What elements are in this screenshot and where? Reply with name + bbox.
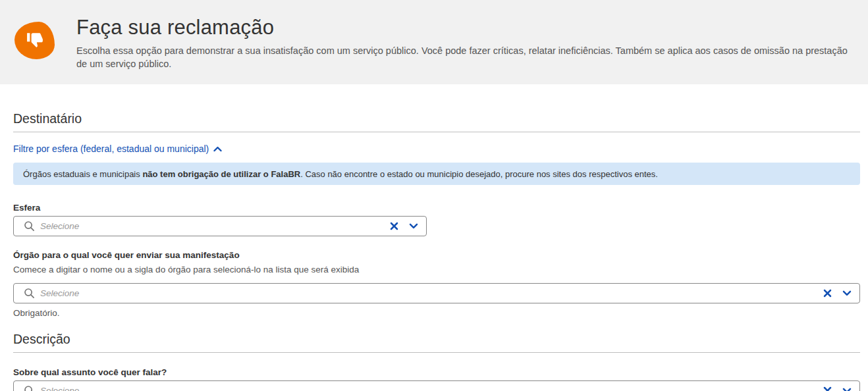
orgao-select[interactable]: Selecione <box>13 283 860 303</box>
chevron-up-icon <box>213 146 222 152</box>
assunto-field-label: Sobre qual assunto você quer falar? <box>13 367 860 377</box>
esfera-select[interactable]: Selecione <box>13 216 427 236</box>
page-header: Faça sua reclamação Escolha essa opção p… <box>0 0 868 84</box>
info-note-prefix: Órgãos estaduais e municipais <box>23 169 142 179</box>
page-title: Faça sua reclamação <box>76 16 855 39</box>
clear-icon[interactable] <box>823 289 832 298</box>
complaint-blob-badge <box>14 22 55 59</box>
assunto-placeholder: Selecione <box>40 386 823 391</box>
info-note-bold: não tem obrigação de utilizar o FalaBR <box>142 169 300 179</box>
section-heading-descricao: Descrição <box>13 332 860 347</box>
section-divider <box>13 352 860 353</box>
search-icon <box>24 288 35 299</box>
filter-esfera-link-label: Filtre por esfera (federal, estadual ou … <box>13 143 209 154</box>
filter-esfera-toggle-link[interactable]: Filtre por esfera (federal, estadual ou … <box>13 143 222 154</box>
form-content: Destinatário Filtre por esfera (federal,… <box>13 111 860 391</box>
search-icon <box>24 221 35 232</box>
esfera-placeholder: Selecione <box>40 221 390 231</box>
page-description: Escolha essa opção para demonstrar a sua… <box>76 44 855 70</box>
orgao-placeholder: Selecione <box>40 288 823 298</box>
thumbs-down-icon <box>26 31 43 51</box>
info-note-suffix: . Caso não encontre o estado ou municipi… <box>300 169 658 179</box>
chevron-down-icon[interactable] <box>842 388 852 391</box>
orgao-field-helper: Comece a digitar o nome ou a sigla do ór… <box>13 265 860 274</box>
orgao-field-label: Órgão para o qual você quer enviar sua m… <box>13 250 860 260</box>
chevron-down-icon[interactable] <box>842 290 852 296</box>
info-alert-box: Órgãos estaduais e municipais não tem ob… <box>13 163 860 185</box>
clear-icon[interactable] <box>390 222 398 230</box>
esfera-field-label: Esfera <box>13 203 860 213</box>
orgao-required-note: Obrigatório. <box>13 308 860 318</box>
chevron-down-icon[interactable] <box>409 223 418 229</box>
search-icon <box>24 385 35 391</box>
section-heading-destinatario: Destinatário <box>13 111 860 126</box>
section-divider <box>13 132 860 132</box>
clear-icon[interactable] <box>823 386 832 391</box>
assunto-select[interactable]: Selecione <box>13 380 860 391</box>
